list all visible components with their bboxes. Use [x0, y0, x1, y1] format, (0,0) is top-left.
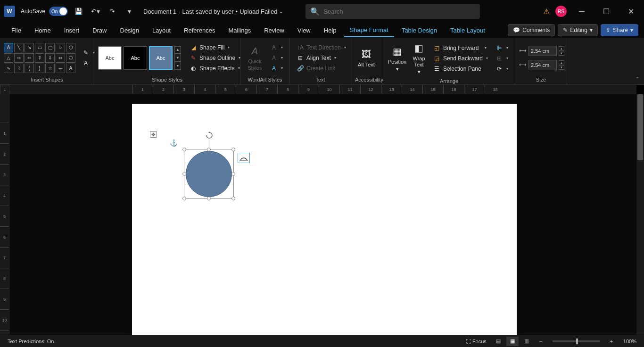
tab-home[interactable]: Home [29, 24, 57, 37]
zoom-out-button[interactable]: − [535, 337, 547, 346]
warning-icon[interactable]: ⚠ [543, 7, 550, 16]
text-effects-button[interactable]: A▾ [267, 64, 286, 73]
document-title[interactable]: Document 1 - Last saved by user • Upload… [143, 8, 283, 15]
tab-mailings[interactable]: Mailings [223, 24, 257, 37]
resize-handle-tc[interactable] [207, 148, 211, 151]
text-predictions-status[interactable]: Text Predictions: On [4, 339, 58, 344]
shape-curve[interactable]: ∿ [4, 64, 13, 73]
tab-table-design[interactable]: Table Design [396, 24, 443, 37]
zoom-level[interactable]: 100% [619, 339, 640, 344]
anchor-icon[interactable]: ⚓ [170, 139, 178, 147]
resize-handle-bc[interactable] [207, 197, 211, 200]
tab-view[interactable]: View [292, 24, 316, 37]
shape-callout[interactable]: ⬰ [56, 64, 65, 73]
user-avatar[interactable]: RS [555, 6, 567, 17]
resize-handle-ml[interactable] [182, 172, 186, 176]
chevron-down-icon[interactable]: ⌄ [279, 9, 283, 14]
zoom-slider[interactable] [553, 340, 600, 342]
shape-hexagon[interactable]: ⬡ [66, 43, 75, 52]
align-button[interactable]: ⊫▾ [493, 43, 511, 53]
shapes-gallery[interactable]: A ╲ ↘ ▭ ▢ ○ ⬡ △ ⇨ ⇦ ⇧ ⇩ ⇔ ⬠ ∿ ⌇ { } ☆ ⬰ [4, 43, 75, 73]
editing-mode-button[interactable]: ✎Editing▾ [558, 24, 598, 36]
shape-arrow-lr[interactable]: ⇔ [56, 53, 65, 63]
resize-handle-tl[interactable] [182, 148, 186, 151]
shape-textbox[interactable]: A [4, 43, 13, 52]
rotate-button[interactable]: ⟳▾ [493, 64, 511, 74]
zoom-in-button[interactable]: + [605, 337, 618, 346]
selection-pane-button[interactable]: ☰Selection Pane [430, 64, 491, 74]
minimize-button[interactable]: ─ [572, 4, 591, 19]
tab-insert[interactable]: Insert [58, 24, 85, 37]
shape-star[interactable]: ☆ [45, 64, 55, 73]
zoom-slider-thumb[interactable] [576, 339, 578, 344]
print-layout-button[interactable]: ▦ [506, 337, 519, 346]
shape-oval[interactable]: ○ [56, 43, 65, 52]
maximize-button[interactable]: ☐ [597, 4, 616, 19]
document-area[interactable]: ✥ ⚓ [9, 94, 636, 335]
vertical-scrollbar[interactable] [636, 94, 644, 335]
shape-width-input[interactable] [528, 60, 557, 70]
collapse-ribbon-button[interactable]: ⌃ [636, 76, 639, 82]
tab-references[interactable]: References [178, 24, 221, 37]
width-down[interactable]: ▼ [559, 65, 564, 70]
height-up[interactable]: ▲ [559, 46, 564, 51]
shape-effects-button[interactable]: ◐Shape Effects▾ [187, 64, 243, 73]
shape-rect[interactable]: ▭ [35, 43, 44, 52]
scrollbar-thumb[interactable] [637, 94, 643, 160]
shape-arrow-up[interactable]: ⇧ [35, 53, 44, 63]
width-up[interactable]: ▲ [559, 60, 564, 65]
shape-style-gallery[interactable]: Abc Abc Abc ▲ ▼ ▾ [98, 46, 181, 70]
shape-triangle[interactable]: △ [4, 53, 13, 63]
layout-options-button[interactable] [238, 153, 250, 163]
align-text-button[interactable]: ⊟Align Text▾ [294, 53, 349, 63]
shape-arrow-right[interactable]: ⇨ [14, 53, 24, 63]
resize-handle-br[interactable] [231, 197, 235, 200]
tab-table-layout[interactable]: Table Layout [445, 24, 491, 37]
height-down[interactable]: ▼ [559, 51, 564, 56]
tab-file[interactable]: File [6, 24, 27, 37]
style-preset-1[interactable]: Abc [98, 46, 122, 70]
alt-text-button[interactable]: 🖼 Alt Text [355, 46, 378, 70]
gallery-expand[interactable]: ▾ [174, 62, 181, 70]
vertical-ruler[interactable]: 1234567891011 [0, 94, 9, 335]
gallery-scroll-down[interactable]: ▼ [174, 54, 181, 62]
shape-outline-button[interactable]: ✎Shape Outline▾ [187, 53, 243, 63]
close-button[interactable]: ✕ [621, 4, 640, 19]
redo-button[interactable]: ↷ [106, 5, 119, 18]
rotate-handle[interactable] [205, 131, 214, 140]
resize-handle-mr[interactable] [231, 172, 235, 176]
comments-button[interactable]: 💬Comments [508, 24, 555, 36]
read-mode-button[interactable]: ▤ [492, 337, 504, 346]
move-handle-icon[interactable]: ✥ [150, 131, 157, 138]
shape-brace-l[interactable]: { [25, 64, 34, 73]
save-button[interactable]: 💾 [72, 5, 85, 18]
resize-handle-tr[interactable] [231, 148, 235, 151]
send-backward-button[interactable]: ◲Send Backward▾ [430, 54, 491, 63]
style-preset-3[interactable]: Abc [149, 46, 173, 70]
autosave-toggle[interactable]: On [49, 7, 68, 16]
tab-layout[interactable]: Layout [147, 24, 176, 37]
shape-fill-button[interactable]: ◢Shape Fill▾ [187, 43, 243, 52]
share-button[interactable]: ⇪Share▾ [601, 24, 638, 36]
tab-design[interactable]: Design [115, 24, 145, 37]
search-box[interactable]: 🔍 [305, 4, 480, 19]
focus-mode-button[interactable]: ⛶ Focus [462, 339, 490, 344]
style-preset-2[interactable]: Abc [124, 46, 147, 70]
gallery-scroll-up[interactable]: ▲ [174, 46, 181, 54]
tab-review[interactable]: Review [258, 24, 290, 37]
shape-line[interactable]: ╲ [14, 43, 24, 52]
bring-forward-button[interactable]: ◱Bring Forward▾ [430, 43, 491, 53]
shape-freeform[interactable]: ⌇ [14, 64, 24, 73]
shape-height-input[interactable] [528, 46, 557, 56]
shape-vtext[interactable]: A [66, 64, 75, 73]
shape-line-arrow[interactable]: ↘ [25, 43, 34, 52]
shape-roundrect[interactable]: ▢ [45, 43, 55, 52]
shape-arrow-left[interactable]: ⇦ [25, 53, 34, 63]
shape-pentagon[interactable]: ⬠ [66, 53, 75, 63]
page[interactable]: ✥ ⚓ [132, 104, 517, 335]
wrap-text-button[interactable]: ◧ Wrap Text▾ [409, 40, 429, 77]
web-layout-button[interactable]: ▥ [520, 337, 533, 346]
search-input[interactable] [323, 8, 475, 15]
tab-shape-format[interactable]: Shape Format [344, 24, 394, 37]
qat-customize-button[interactable]: ▾ [123, 5, 136, 18]
